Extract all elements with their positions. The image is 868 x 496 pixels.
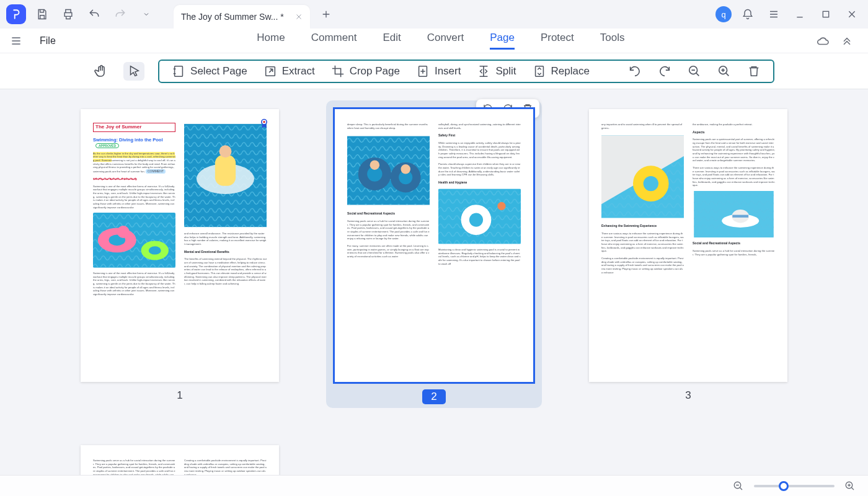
window-maximize-icon[interactable] [816, 4, 836, 24]
hand-tool-icon[interactable] [94, 64, 108, 79]
app-menu-icon[interactable] [764, 4, 784, 24]
zoom-in-icon[interactable] [717, 64, 731, 78]
file-menu[interactable]: File [40, 35, 56, 46]
menu-home[interactable]: Home [257, 32, 285, 50]
menu-edit[interactable]: Edit [383, 32, 401, 50]
new-tab-icon[interactable] [316, 4, 336, 24]
document-subtitle: Swimming: Diving into the Pool APPROVED [93, 137, 175, 148]
window-close-icon[interactable] [842, 4, 862, 24]
svg-point-18 [219, 145, 232, 157]
insert-button[interactable]: Insert [416, 64, 461, 78]
svg-point-28 [469, 213, 483, 226]
svg-point-25 [401, 164, 410, 174]
svg-point-8 [263, 121, 265, 123]
pool-floats-image [93, 213, 175, 268]
page-number-3: 3 [685, 389, 691, 402]
main-menu: Home Comment Edit Convert Page Protect T… [78, 32, 804, 50]
svg-rect-1 [175, 66, 183, 76]
float-ring-image [438, 188, 521, 244]
workspace[interactable]: The Joy of Summer Swimming: Diving into … [0, 89, 868, 475]
delete-page-icon[interactable] [747, 64, 761, 78]
undo-icon[interactable] [84, 4, 104, 24]
notifications-icon[interactable] [738, 4, 758, 24]
redo-icon[interactable] [110, 4, 130, 24]
titlebar: The Joy of Summer Sw... * q [0, 0, 868, 29]
cloud-icon[interactable] [816, 34, 830, 48]
menubar: File Home Comment Edit Convert Page Prot… [0, 29, 868, 53]
comment-callout: COMMENT [146, 169, 166, 174]
page-thumbnail-3[interactable]: any impurities and to avoid swimming whe… [589, 109, 787, 408]
section-enhance: Enhancing the Swimming Experience [601, 224, 684, 228]
hat-pool-image [693, 191, 775, 237]
hamburger-icon[interactable] [10, 35, 22, 47]
extract-button[interactable]: Extract [264, 64, 315, 78]
split-button[interactable]: Split [477, 64, 516, 78]
user-avatar[interactable]: q [715, 6, 732, 22]
crop-page-button[interactable]: Crop Page [331, 64, 400, 78]
svg-rect-17 [215, 155, 236, 186]
svg-point-33 [644, 176, 658, 191]
yellow-ring-image [601, 133, 684, 220]
page-thumbnail-1[interactable]: The Joy of Summer Swimming: Diving into … [81, 109, 279, 408]
svg-rect-0 [823, 11, 828, 17]
page-thumbnail-4[interactable]: Swimming pools serve as a hub for social… [81, 445, 279, 475]
menu-convert[interactable]: Convert [427, 32, 464, 50]
svg-point-24 [370, 161, 380, 170]
strikethrough-heading: The Physical Benefits of Swimming [93, 177, 175, 181]
section-social: Social and Recreational Aspects [347, 211, 430, 216]
save-icon[interactable] [32, 4, 52, 24]
zoom-out-small-icon[interactable] [733, 480, 744, 492]
svg-point-14 [149, 247, 161, 255]
zoom-slider[interactable] [754, 485, 835, 487]
page-toolbar-wrap: Select Page Extract Crop Page Insert Spl… [0, 53, 868, 89]
approved-badge: APPROVED [95, 143, 119, 148]
select-page-button[interactable]: Select Page [172, 64, 247, 78]
replace-button[interactable]: Replace [533, 64, 590, 78]
collapse-ribbon-icon[interactable] [841, 34, 853, 48]
menu-comment[interactable]: Comment [311, 32, 357, 50]
award-ribbon-icon [258, 118, 270, 130]
dropdown-icon[interactable] [136, 4, 156, 24]
section-mental: Mental and Emotional Benefits [184, 250, 267, 254]
section-safety: Safety First [438, 133, 521, 138]
print-icon[interactable] [58, 4, 78, 24]
document-title: The Joy of Summer [93, 123, 175, 132]
svg-rect-37 [732, 215, 748, 218]
pool-tubes-image [347, 133, 430, 208]
zoom-out-icon[interactable] [688, 64, 701, 78]
pointer-tool-icon[interactable] [123, 62, 144, 81]
menu-protect[interactable]: Protect [541, 32, 574, 50]
window-minimize-icon[interactable] [790, 4, 810, 24]
pool-photo-image [184, 123, 267, 228]
rotate-ccw-icon[interactable] [628, 64, 642, 78]
section-social-2: Social and Recreational Aspects [693, 241, 775, 246]
statusbar [0, 475, 868, 496]
page-number-1: 1 [177, 389, 182, 402]
menu-tools[interactable]: Tools [600, 32, 625, 50]
svg-point-12 [117, 226, 130, 238]
menu-page[interactable]: Page [490, 32, 515, 50]
svg-point-29 [497, 202, 505, 210]
section-health: Health and Hygiene [438, 180, 521, 185]
page-number-2: 2 [422, 389, 445, 404]
rotate-cw-icon[interactable] [658, 64, 671, 78]
section-aspects: Aspects [693, 130, 775, 135]
page-thumbnail-2[interactable]: deeper sleep. This is particularly benef… [326, 100, 542, 408]
app-logo[interactable] [6, 4, 26, 24]
document-tab[interactable]: The Joy of Summer Sw... * [174, 5, 310, 29]
document-tab-label: The Joy of Summer Sw... * [181, 12, 290, 22]
zoom-slider-knob[interactable] [779, 481, 789, 491]
page-toolbar: Select Page Extract Crop Page Insert Spl… [158, 60, 774, 83]
tab-close-icon[interactable] [295, 13, 303, 20]
zoom-in-small-icon[interactable] [844, 480, 856, 492]
